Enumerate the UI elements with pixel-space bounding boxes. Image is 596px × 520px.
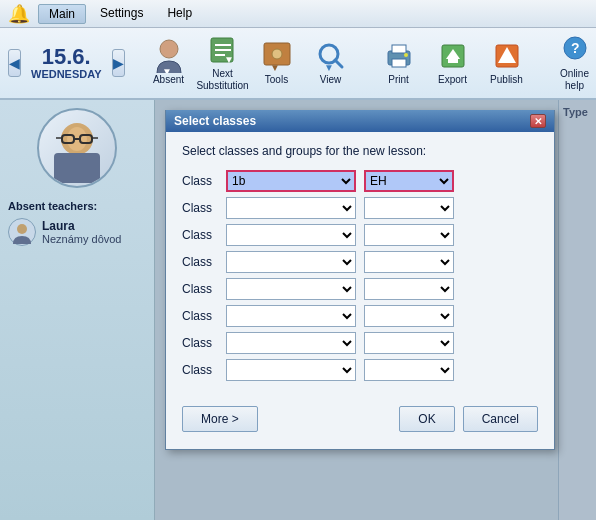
select-group-5: [226, 278, 538, 300]
next-sub-label: NextSubstitution: [196, 68, 248, 92]
absent-teachers-label: Absent teachers:: [8, 200, 97, 212]
svg-point-0: [160, 40, 178, 58]
class-row-3: Class: [182, 224, 538, 246]
dialog-title: Select classes: [174, 114, 256, 128]
teacher-info: Laura Neznámy dôvod: [42, 219, 122, 245]
more-button[interactable]: More >: [182, 406, 258, 432]
dialog-footer: More > OK Cancel: [166, 396, 554, 442]
group-select-2[interactable]: [364, 197, 454, 219]
tools-label: Tools: [265, 74, 288, 86]
teacher-avatar: [8, 218, 36, 246]
menu-item-main[interactable]: Main: [38, 4, 86, 24]
class-label-1: Class: [182, 174, 218, 188]
class-select-5[interactable]: [226, 278, 356, 300]
menu-bar: Main Settings Help: [38, 4, 202, 24]
class-row-8: Class: [182, 359, 538, 381]
date-day: WEDNESDAY: [31, 68, 102, 80]
toolbar-btn-publish[interactable]: Publish: [483, 36, 531, 90]
svg-point-32: [17, 224, 27, 234]
svg-rect-19: [448, 59, 458, 63]
group-select-1[interactable]: EH: [364, 170, 454, 192]
nav-next-button[interactable]: ▶: [112, 49, 125, 77]
date-number: 15.6.: [31, 46, 102, 68]
class-row-1: Class 1b EH: [182, 170, 538, 192]
select-group-7: [226, 332, 538, 354]
class-row-4: Class: [182, 251, 538, 273]
dialog-instruction: Select classes and groups for the new le…: [182, 144, 538, 158]
class-select-7[interactable]: [226, 332, 356, 354]
svg-text:▼: ▼: [270, 62, 280, 71]
class-select-3[interactable]: [226, 224, 356, 246]
teacher-reason: Neznámy dôvod: [42, 233, 122, 245]
class-select-1[interactable]: 1b: [226, 170, 356, 192]
dialog-titlebar: Select classes ✕: [166, 110, 554, 132]
svg-line-11: [335, 60, 342, 67]
ok-button[interactable]: OK: [399, 406, 454, 432]
svg-rect-15: [392, 59, 406, 67]
dialog-body: Select classes and groups for the new le…: [166, 132, 554, 396]
menu-item-settings[interactable]: Settings: [90, 4, 153, 24]
toolbar-btn-view[interactable]: ▼ View: [307, 36, 355, 90]
class-label-8: Class: [182, 363, 218, 377]
main-area: Absent teachers: Laura Neznámy dôvod Typ…: [0, 100, 596, 520]
group-select-6[interactable]: [364, 305, 454, 327]
date-block: 15.6. WEDNESDAY: [31, 46, 102, 80]
toolbar-btn-online-help[interactable]: ? Onlinehelp: [551, 30, 597, 96]
group-select-8[interactable]: [364, 359, 454, 381]
publish-icon: [491, 40, 523, 72]
class-select-8[interactable]: [226, 359, 356, 381]
toolbar-btn-print[interactable]: Print: [375, 36, 423, 90]
tools-icon: ▼: [261, 40, 293, 72]
sidebar: Absent teachers: Laura Neznámy dôvod: [0, 100, 155, 520]
next-sub-icon: ▼: [207, 34, 239, 66]
modal-overlay: Select classes ✕ Select classes and grou…: [155, 100, 596, 520]
class-label-2: Class: [182, 201, 218, 215]
class-select-4[interactable]: [226, 251, 356, 273]
absent-label: Absent: [153, 74, 184, 86]
svg-text:▼: ▼: [162, 66, 172, 73]
svg-text:?: ?: [571, 40, 580, 56]
class-label-6: Class: [182, 309, 218, 323]
print-icon: [383, 40, 415, 72]
class-label-5: Class: [182, 282, 218, 296]
toolbar-btn-export[interactable]: Export: [429, 36, 477, 90]
select-group-3: [226, 224, 538, 246]
view-label: View: [320, 74, 342, 86]
absent-teacher-item: Laura Neznámy dôvod: [8, 218, 122, 246]
select-group-6: [226, 305, 538, 327]
toolbar-btn-absent[interactable]: ▼ Absent: [145, 36, 193, 90]
svg-point-16: [404, 53, 408, 57]
cancel-button[interactable]: Cancel: [463, 406, 538, 432]
dialog-close-button[interactable]: ✕: [530, 114, 546, 128]
class-row-7: Class: [182, 332, 538, 354]
group-select-7[interactable]: [364, 332, 454, 354]
nav-prev-button[interactable]: ◀: [8, 49, 21, 77]
svg-text:▼: ▼: [224, 54, 234, 65]
group-select-4[interactable]: [364, 251, 454, 273]
select-group-4: [226, 251, 538, 273]
absent-icon: ▼: [153, 40, 185, 72]
toolbar-btn-next-sub[interactable]: ▼ NextSubstitution: [199, 30, 247, 96]
class-row-6: Class: [182, 305, 538, 327]
class-row-5: Class: [182, 278, 538, 300]
app-icon: 🔔: [8, 3, 30, 25]
dialog-footer-right: OK Cancel: [399, 406, 538, 432]
select-classes-dialog: Select classes ✕ Select classes and grou…: [165, 110, 555, 450]
export-label: Export: [438, 74, 467, 86]
top-bar: 🔔 Main Settings Help: [0, 0, 596, 28]
group-select-3[interactable]: [364, 224, 454, 246]
toolbar-btn-tools[interactable]: ▼ Tools: [253, 36, 301, 90]
content-area: Type Select classes ✕ Select classes and…: [155, 100, 596, 520]
svg-point-8: [272, 49, 282, 59]
teacher-name: Laura: [42, 219, 122, 233]
group-select-5[interactable]: [364, 278, 454, 300]
online-help-label: Onlinehelp: [560, 68, 589, 92]
view-icon: ▼: [315, 40, 347, 72]
select-group-8: [226, 359, 538, 381]
online-help-icon: ?: [559, 34, 591, 66]
class-select-6[interactable]: [226, 305, 356, 327]
menu-item-help[interactable]: Help: [157, 4, 202, 24]
class-select-2[interactable]: [226, 197, 356, 219]
publish-label: Publish: [490, 74, 523, 86]
svg-rect-14: [392, 45, 406, 53]
